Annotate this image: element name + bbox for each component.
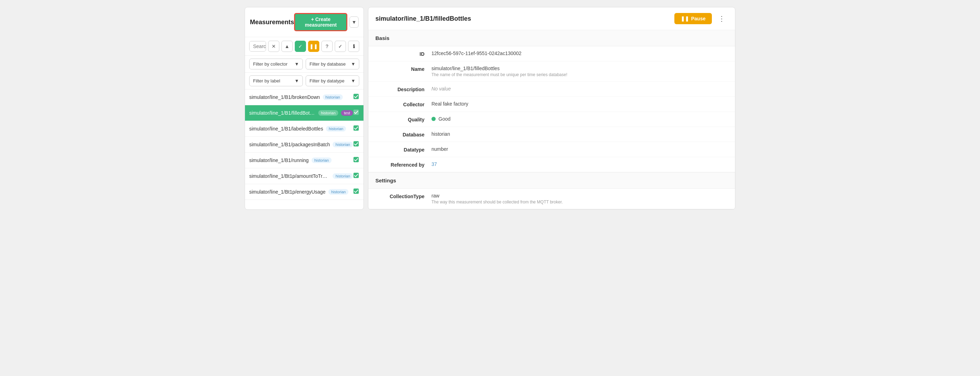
tag-historian: historian xyxy=(312,158,332,163)
list-item-checkbox[interactable] xyxy=(353,188,359,196)
tag-historian: historian xyxy=(323,94,343,100)
list-item-left: simulator/line_1/B1/runninghistorian xyxy=(249,158,353,163)
list-item-checkbox[interactable] xyxy=(353,156,359,164)
list-item-left: simulator/line_1/B1/filledBottleshistori… xyxy=(249,110,353,116)
checkbox-checked-icon xyxy=(353,172,359,178)
checkbox-checked-icon xyxy=(353,141,359,147)
right-header: simulator/line_1/B1/filledBottles ❚❚ Pau… xyxy=(368,7,735,30)
id-label: ID xyxy=(375,51,431,57)
datatype-row: Datatype number xyxy=(368,142,735,157)
list-item-name: simulator/line_1/Bt1p/energyUsage xyxy=(249,189,326,195)
list-item[interactable]: simulator/line_1/Bt1p/amountToTransferhi… xyxy=(245,168,363,184)
left-header: Measurements + Create measurement ▼ xyxy=(245,7,363,37)
list-item-left: simulator/line_1/B1/packagesInBatchhisto… xyxy=(249,142,353,147)
name-hint: The name of the measurement must be uniq… xyxy=(431,72,728,77)
collector-label: Collector xyxy=(375,101,431,107)
filter-database[interactable]: Filter by database ▼ xyxy=(305,59,359,69)
search-input[interactable] xyxy=(250,41,266,51)
datatype-value: number xyxy=(431,146,728,152)
list-item-checkbox[interactable] xyxy=(353,109,359,117)
list-item-name: simulator/line_1/Bt1p/amountToTransfer xyxy=(249,173,330,179)
settings-section: Settings CollectionType raw The way this… xyxy=(368,172,735,209)
filter-row-2: Filter by label ▼ Filter by datatype ▼ xyxy=(245,73,363,89)
list-item-checkbox[interactable] xyxy=(353,125,359,132)
app-container: Measurements + Create measurement ▼ ✕ ▲ … xyxy=(245,7,735,210)
quality-row: Quality Good xyxy=(368,112,735,127)
filter-row-1: Filter by collector ▼ Filter by database… xyxy=(245,56,363,73)
right-actions: ❚❚ Pause ⋮ xyxy=(675,13,728,24)
tag-historian: historian xyxy=(328,189,349,195)
filter-datatype-chevron-icon: ▼ xyxy=(351,78,355,83)
list-item-left: simulator/line_1/Bt1p/energyUsagehistori… xyxy=(249,189,353,195)
collector-row: Collector Real fake factory xyxy=(368,97,735,112)
clear-search-button[interactable]: ✕ xyxy=(268,41,279,52)
select-all-button[interactable]: ✓ xyxy=(295,41,306,52)
check-all-button[interactable]: ✓ xyxy=(335,41,346,52)
database-label: Database xyxy=(375,131,431,137)
filter-label[interactable]: Filter by label ▼ xyxy=(249,75,303,86)
more-options-button[interactable]: ⋮ xyxy=(715,13,728,24)
datatype-label: Datatype xyxy=(375,146,431,153)
quality-good-indicator: Good xyxy=(431,116,728,122)
database-row: Database historian xyxy=(368,127,735,142)
filter-datatype[interactable]: Filter by datatype ▼ xyxy=(305,75,359,86)
filter-collector[interactable]: Filter by collector ▼ xyxy=(249,59,303,69)
collapse-button[interactable]: ▲ xyxy=(282,41,293,52)
name-value: simulator/line_1/B1/filledBottles The na… xyxy=(431,65,728,77)
referenced-by-link[interactable]: 37 xyxy=(431,161,437,167)
pause-icon: ❚❚ xyxy=(681,16,689,21)
list-item-checkbox[interactable] xyxy=(353,172,359,180)
list-item[interactable]: simulator/line_1/Bt1p/energyUsagehistori… xyxy=(245,184,363,200)
database-value: historian xyxy=(431,131,728,137)
measurements-list: simulator/line_1/B1/brokenDownhistorians… xyxy=(245,89,363,209)
name-label: Name xyxy=(375,65,431,72)
list-item-name: simulator/line_1/B1/brokenDown xyxy=(249,94,320,100)
checkbox-checked-icon xyxy=(353,109,359,115)
id-value: 12fcec56-597c-11ef-9551-0242ac130002 xyxy=(431,51,728,56)
collector-value: Real fake factory xyxy=(431,101,728,107)
list-item-checkbox[interactable] xyxy=(353,141,359,148)
measurements-menu-button[interactable]: ▼ xyxy=(350,16,359,28)
left-panel: Measurements + Create measurement ▼ ✕ ▲ … xyxy=(245,7,364,210)
referenced-by-value: 37 xyxy=(431,161,728,167)
help-button[interactable]: ? xyxy=(321,41,332,52)
description-value: No value xyxy=(431,86,728,92)
list-item-name: simulator/line_1/B1/labeledBottles xyxy=(249,126,323,132)
pause-all-button[interactable]: ❚❚ xyxy=(308,41,319,52)
left-title: Measurements xyxy=(250,19,294,26)
description-row: Description No value xyxy=(368,82,735,97)
filter-database-chevron-icon: ▼ xyxy=(351,61,355,67)
name-row: Name simulator/line_1/B1/filledBottles T… xyxy=(368,61,735,82)
checkbox-checked-icon xyxy=(353,156,359,163)
referenced-by-label: Referenced by xyxy=(375,161,431,168)
tag-historian: historian xyxy=(332,173,353,179)
basis-section: Basis ID 12fcec56-597c-11ef-9551-0242ac1… xyxy=(368,30,735,172)
checkbox-checked-icon xyxy=(353,125,359,131)
list-item[interactable]: simulator/line_1/B1/labeledBottleshistor… xyxy=(245,121,363,137)
referenced-by-row: Referenced by 37 xyxy=(368,157,735,172)
basis-section-header: Basis xyxy=(368,30,735,46)
quality-value: Good xyxy=(431,116,728,122)
description-label: Description xyxy=(375,86,431,92)
list-item-name: simulator/line_1/B1/packagesInBatch xyxy=(249,142,330,147)
checkbox-checked-icon xyxy=(353,188,359,194)
list-item[interactable]: simulator/line_1/B1/packagesInBatchhisto… xyxy=(245,137,363,153)
list-item-left: simulator/line_1/Bt1p/amountToTransferhi… xyxy=(249,173,353,179)
search-row: ✕ ▲ ✓ ❚❚ ? ✓ ℹ xyxy=(245,37,363,56)
list-item[interactable]: simulator/line_1/B1/runninghistorian xyxy=(245,153,363,168)
create-measurement-button[interactable]: + Create measurement xyxy=(294,13,347,31)
list-item-name: simulator/line_1/B1/running xyxy=(249,158,309,163)
right-panel: simulator/line_1/B1/filledBottles ❚❚ Pau… xyxy=(368,7,735,210)
list-item[interactable]: simulator/line_1/B1/filledBottleshistori… xyxy=(245,105,363,121)
list-item[interactable]: simulator/line_1/B1/brokenDownhistorian xyxy=(245,89,363,105)
settings-section-header: Settings xyxy=(368,172,735,189)
collection-type-label: CollectionType xyxy=(375,193,431,199)
id-row: ID 12fcec56-597c-11ef-9551-0242ac130002 xyxy=(368,46,735,61)
list-item-checkbox[interactable] xyxy=(353,93,359,101)
tag-historian: historian xyxy=(326,126,346,132)
quality-label: Quality xyxy=(375,116,431,123)
create-btn-wrapper: + Create measurement ▼ xyxy=(294,13,359,31)
info-button[interactable]: ℹ xyxy=(348,41,359,52)
pause-button[interactable]: ❚❚ Pause xyxy=(675,13,712,24)
measurement-title: simulator/line_1/B1/filledBottles xyxy=(375,15,471,22)
